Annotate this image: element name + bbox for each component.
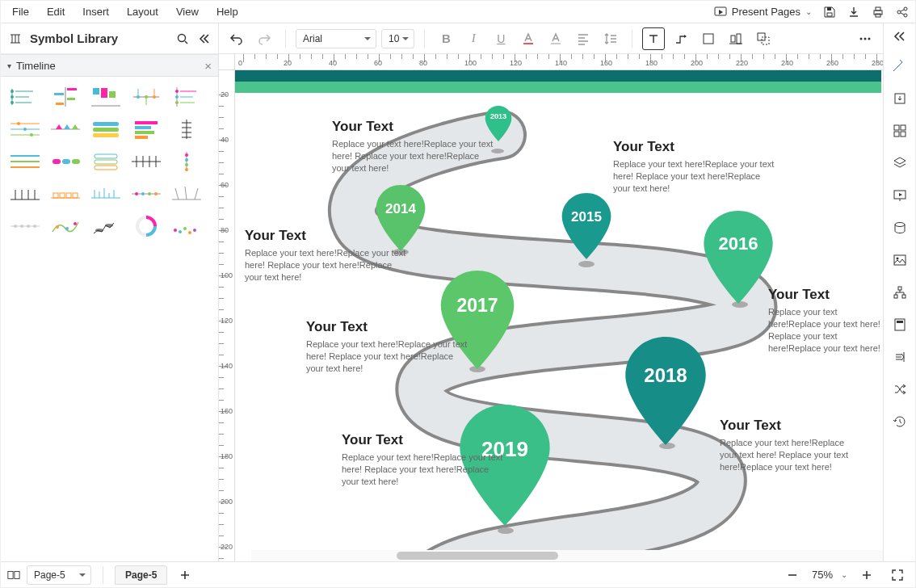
shuffle-panel-icon[interactable]: [889, 379, 910, 400]
timeline-symbol[interactable]: [7, 180, 43, 208]
text-tool-button[interactable]: [642, 27, 665, 50]
pages-view-icon[interactable]: [7, 569, 20, 582]
collapse-right-icon[interactable]: [889, 28, 910, 44]
close-icon[interactable]: ×: [204, 59, 212, 73]
timeline-section-header[interactable]: ▾ Timeline ×: [1, 54, 218, 77]
timeline-symbol[interactable]: [48, 116, 83, 143]
page-select[interactable]: Page-5: [27, 565, 91, 585]
underline-button[interactable]: U: [490, 27, 512, 50]
group-button[interactable]: [752, 27, 775, 50]
timeline-pin-2018[interactable]: 2018: [621, 337, 710, 445]
page-tab[interactable]: Page-5: [115, 565, 167, 585]
timeline-symbol[interactable]: [88, 212, 124, 240]
linespacing-button[interactable]: [599, 27, 622, 50]
timeline-text-block[interactable]: Your TextReplace your text here!Replace …: [332, 119, 494, 174]
timeline-text-block[interactable]: Your TextReplace your text here!Replace …: [613, 139, 775, 195]
indent-panel-icon[interactable]: [889, 346, 910, 368]
layers-panel-icon[interactable]: [889, 153, 910, 174]
svg-point-45: [30, 133, 33, 136]
horizontal-scrollbar[interactable]: [251, 550, 883, 561]
svg-rect-121: [704, 34, 713, 44]
vertical-ruler: 20406080100120140160180200220: [219, 70, 235, 561]
highlight-button[interactable]: [544, 27, 567, 50]
timeline-symbol[interactable]: [7, 83, 43, 111]
image-panel-icon[interactable]: [889, 250, 910, 271]
timeline-text-block[interactable]: Your TextReplace your text here!Replace …: [720, 418, 857, 473]
style-panel-icon[interactable]: [889, 56, 910, 77]
svg-rect-151: [897, 321, 903, 323]
connector-button[interactable]: [670, 27, 692, 50]
svg-point-43: [17, 122, 20, 125]
shape-style-button[interactable]: [697, 27, 720, 50]
timeline-symbol[interactable]: [48, 148, 83, 175]
chevron-down-icon: ⌄: [805, 7, 812, 16]
svg-point-77: [185, 168, 188, 171]
download-icon[interactable]: [847, 6, 860, 19]
export-panel-icon[interactable]: [889, 88, 910, 109]
timeline-text-block[interactable]: Your TextReplace your text here!Replace …: [245, 228, 406, 284]
fit-screen-button[interactable]: [886, 564, 909, 586]
timeline-pin-2016[interactable]: 2016: [700, 211, 776, 304]
font-select[interactable]: Arial: [296, 29, 376, 48]
print-icon[interactable]: [872, 6, 884, 19]
timeline-symbol[interactable]: [88, 148, 124, 175]
timeline-symbol[interactable]: [48, 83, 83, 111]
share-icon[interactable]: [896, 6, 909, 19]
align-objects-button[interactable]: [725, 27, 747, 50]
timeline-symbol[interactable]: [7, 212, 43, 240]
timeline-symbol[interactable]: [88, 116, 124, 143]
menu-layout[interactable]: Layout: [127, 6, 158, 18]
timeline-symbol[interactable]: [169, 116, 204, 143]
timeline-symbol[interactable]: [169, 148, 204, 175]
timeline-symbol[interactable]: [7, 148, 43, 175]
add-page-button[interactable]: [174, 564, 196, 586]
present-pages-button[interactable]: Present Pages ⌄: [714, 6, 812, 19]
page[interactable]: 2013 2014 2015 2016: [235, 70, 881, 561]
menu-view[interactable]: View: [176, 6, 199, 18]
redo-button[interactable]: [253, 27, 275, 50]
zoom-in-button[interactable]: [855, 564, 878, 586]
fontcolor-button[interactable]: [517, 27, 540, 50]
hierarchy-panel-icon[interactable]: [889, 282, 910, 303]
collapse-left-icon[interactable]: [197, 32, 210, 45]
italic-button[interactable]: I: [462, 27, 485, 50]
timeline-symbol[interactable]: [169, 180, 204, 208]
timeline-symbol[interactable]: [128, 148, 164, 175]
fontsize-select[interactable]: 10: [381, 29, 414, 48]
timeline-pin-2015[interactable]: 2015: [560, 193, 613, 259]
save-icon[interactable]: [823, 6, 836, 19]
timeline-symbol[interactable]: [48, 180, 83, 208]
timeline-symbol[interactable]: [128, 116, 164, 143]
timeline-symbol[interactable]: [48, 212, 83, 240]
menu-help[interactable]: Help: [216, 6, 238, 18]
timeline-symbol[interactable]: [128, 212, 164, 240]
timeline-symbol[interactable]: [128, 180, 164, 208]
symbol-thumbnails: [1, 77, 218, 246]
timeline-symbol[interactable]: [7, 116, 43, 143]
zoom-out-button[interactable]: [781, 564, 804, 586]
timeline-symbol[interactable]: [169, 212, 204, 240]
data-panel-icon[interactable]: [889, 217, 910, 238]
menu-file[interactable]: File: [12, 6, 29, 18]
timeline-text-block[interactable]: Your TextReplace your text here!Replace …: [768, 287, 883, 354]
menu-edit[interactable]: Edit: [47, 6, 65, 18]
menu-insert[interactable]: Insert: [82, 6, 109, 18]
timeline-symbol[interactable]: [88, 180, 124, 208]
timeline-symbol[interactable]: [88, 83, 124, 111]
page-panel-icon[interactable]: [889, 314, 910, 335]
grid-panel-icon[interactable]: [889, 120, 910, 141]
undo-button[interactable]: [225, 27, 248, 50]
canvas[interactable]: 2013 2014 2015 2016: [235, 70, 883, 561]
timeline-symbol[interactable]: [128, 83, 164, 111]
presentation-panel-icon[interactable]: [889, 185, 910, 206]
search-icon[interactable]: [176, 32, 189, 45]
align-button[interactable]: [572, 27, 595, 50]
bold-button[interactable]: B: [435, 27, 457, 50]
more-button[interactable]: [854, 27, 876, 50]
timeline-text-block[interactable]: Your TextReplace your text here!Replace …: [342, 432, 503, 488]
svg-rect-138: [894, 125, 899, 130]
svg-point-96: [141, 192, 145, 195]
timeline-symbol[interactable]: [169, 83, 204, 111]
timeline-text-block[interactable]: Your TextReplace your text here!Replace …: [306, 319, 468, 375]
history-panel-icon[interactable]: [889, 411, 910, 432]
